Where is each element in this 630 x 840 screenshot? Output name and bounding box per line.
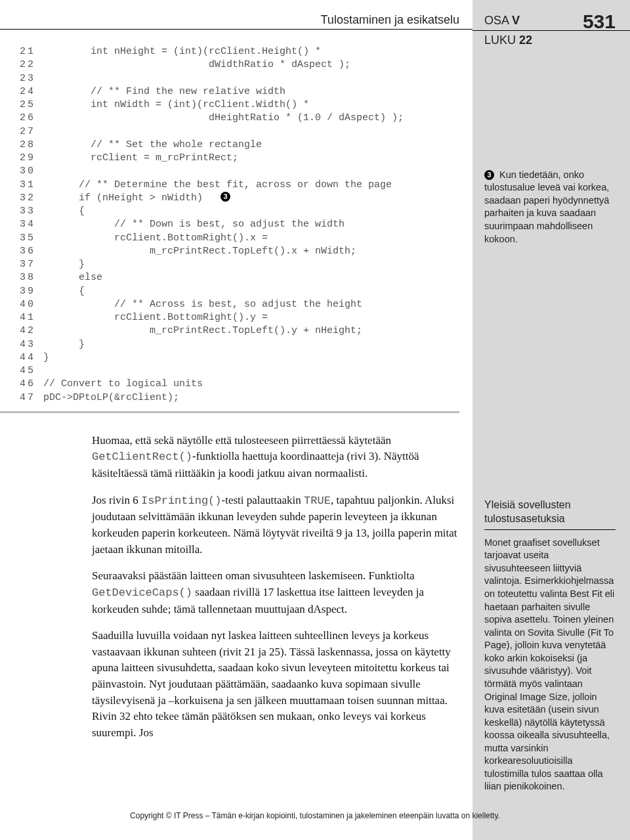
line-number: 23	[20, 72, 43, 85]
code-line: 27	[20, 125, 459, 139]
line-number: 47	[20, 391, 43, 405]
code-text: rcClient.BottomRight().y =	[43, 311, 268, 324]
line-number: 39	[20, 285, 43, 298]
code-line: 45	[20, 365, 459, 378]
line-number: 21	[20, 45, 43, 58]
code-text: dHeightRatio * (1.0 / dAspect) );	[43, 112, 404, 125]
line-number: 36	[20, 245, 43, 258]
code-text: {	[43, 285, 85, 298]
code-text: // ** Across is best, so adjust the heig…	[43, 298, 362, 311]
code-text: }	[43, 351, 49, 365]
paragraph-2: Jos rivin 6 IsPrinting()-testi palauttaa…	[92, 493, 459, 558]
code-text: // Convert to logical units	[43, 378, 203, 391]
code-line: 23	[20, 72, 459, 85]
line-number: 32	[20, 192, 43, 205]
line-number: 33	[20, 205, 43, 218]
paragraph-1: Huomaa, että sekä näytölle että tulostee…	[92, 433, 459, 482]
code-text: dWidthRatio * dAspect );	[43, 58, 350, 72]
code-text: rcClient = m_rcPrintRect;	[43, 152, 238, 165]
code-line: 37 }	[20, 258, 459, 271]
code-line: 28 // ** Set the whole rectangle	[20, 139, 459, 152]
paragraph-4: Saaduilla luvuilla voidaan nyt laskea la…	[92, 628, 459, 741]
code-line: 44}	[20, 351, 459, 365]
code-line: 31 // ** Determine the best fit, across …	[20, 179, 459, 192]
line-number: 41	[20, 311, 43, 324]
line-number: 31	[20, 179, 43, 192]
code-text: }	[43, 338, 85, 351]
code-text: {	[43, 205, 85, 218]
line-number: 38	[20, 271, 43, 284]
code-annotation-badge-icon: 3	[220, 192, 230, 202]
line-number: 34	[20, 218, 43, 231]
code-line: 32 if (nHeight > nWidth) 3	[20, 192, 459, 205]
line-number: 24	[20, 85, 43, 99]
sidebar-box: Yleisiä sovellusten tulostusasetuksia Mo…	[484, 498, 616, 793]
line-number: 40	[20, 298, 43, 311]
code-line: 47pDC->DPtoLP(&rcClient);	[20, 391, 459, 405]
line-number: 44	[20, 351, 43, 365]
code-line: 22 dWidthRatio * dAspect );	[20, 58, 459, 72]
copyright-footer: Copyright © IT Press – Tämän e-kirjan ko…	[0, 811, 630, 820]
code-text: if (nHeight > nWidth)	[43, 192, 220, 205]
sidebar-box-body: Monet graafiset sovellukset tarjoavat us…	[484, 537, 616, 793]
line-number: 28	[20, 139, 43, 152]
code-text: // ** Find the new relative width	[43, 85, 285, 99]
code-line: 26 dHeightRatio * (1.0 / dAspect) );	[20, 112, 459, 125]
code-line: 43 }	[20, 338, 459, 351]
line-number: 22	[20, 58, 43, 72]
margin-annotation: 3 Kun tiedetään, onko tulostusalue leveä…	[484, 169, 616, 246]
code-line: 38 else	[20, 271, 459, 284]
code-text: int nHeight = (int)(rcClient.Height() *	[43, 45, 321, 58]
code-line: 42 m_rcPrintRect.TopLeft().y + nHeight;	[20, 324, 459, 338]
code-line: 24 // ** Find the new relative width	[20, 85, 459, 99]
line-number: 46	[20, 378, 43, 391]
code-line: 30	[20, 165, 459, 178]
code-line: 29 rcClient = m_rcPrintRect;	[20, 152, 459, 165]
code-text: // ** Set the whole rectangle	[43, 139, 262, 152]
code-line: 46// Convert to logical units	[20, 378, 459, 391]
line-number: 35	[20, 232, 43, 245]
code-text: // ** Determine the best fit, across or …	[43, 179, 392, 192]
main-header: Tulostaminen ja esikatselu	[0, 13, 472, 30]
code-listing: 21 int nHeight = (int)(rcClient.Height()…	[0, 45, 459, 413]
code-line: 41 rcClient.BottomRight().y =	[20, 311, 459, 324]
code-text: m_rcPrintRect.TopLeft().x + nWidth;	[43, 245, 356, 258]
code-line: 40 // ** Across is best, so adjust the h…	[20, 298, 459, 311]
code-text: rcClient.BottomRight().x =	[43, 232, 268, 245]
sidebar-box-title: Yleisiä sovellusten tulostusasetuksia	[484, 498, 616, 530]
line-number: 25	[20, 99, 43, 112]
line-number: 30	[20, 165, 43, 178]
line-number: 45	[20, 365, 43, 378]
section-title: Tulostaminen ja esikatselu	[0, 13, 459, 27]
paragraph-3: Seuraavaksi päästään laitteen oman sivus…	[92, 568, 459, 617]
code-text: else	[43, 271, 102, 284]
line-number: 27	[20, 125, 43, 139]
chapter-line: LUKU 22	[484, 31, 616, 50]
code-line: 39 {	[20, 285, 459, 298]
line-number: 37	[20, 258, 43, 271]
annotation-badge-icon: 3	[484, 170, 494, 180]
line-number: 42	[20, 324, 43, 338]
line-number: 29	[20, 152, 43, 165]
code-line: 34 // ** Down is best, so adjust the wid…	[20, 218, 459, 231]
code-text: pDC->DPtoLP(&rcClient);	[43, 391, 179, 405]
code-line: 25 int nWidth = (int)(rcClient.Width() *	[20, 99, 459, 112]
line-number: 26	[20, 112, 43, 125]
code-text: }	[43, 258, 85, 271]
code-text: int nWidth = (int)(rcClient.Width() *	[43, 99, 309, 112]
code-line: 36 m_rcPrintRect.TopLeft().x + nWidth;	[20, 245, 459, 258]
body-text: Huomaa, että sekä näytölle että tulostee…	[0, 433, 472, 741]
code-text: m_rcPrintRect.TopLeft().y + nHeight;	[43, 324, 362, 338]
code-text: // ** Down is best, so adjust the width	[43, 218, 345, 231]
code-line: 35 rcClient.BottomRight().x =	[20, 232, 459, 245]
line-number: 43	[20, 338, 43, 351]
code-line: 21 int nHeight = (int)(rcClient.Height()…	[20, 45, 459, 58]
page-number: 531	[583, 11, 616, 33]
code-line: 33 {	[20, 205, 459, 218]
